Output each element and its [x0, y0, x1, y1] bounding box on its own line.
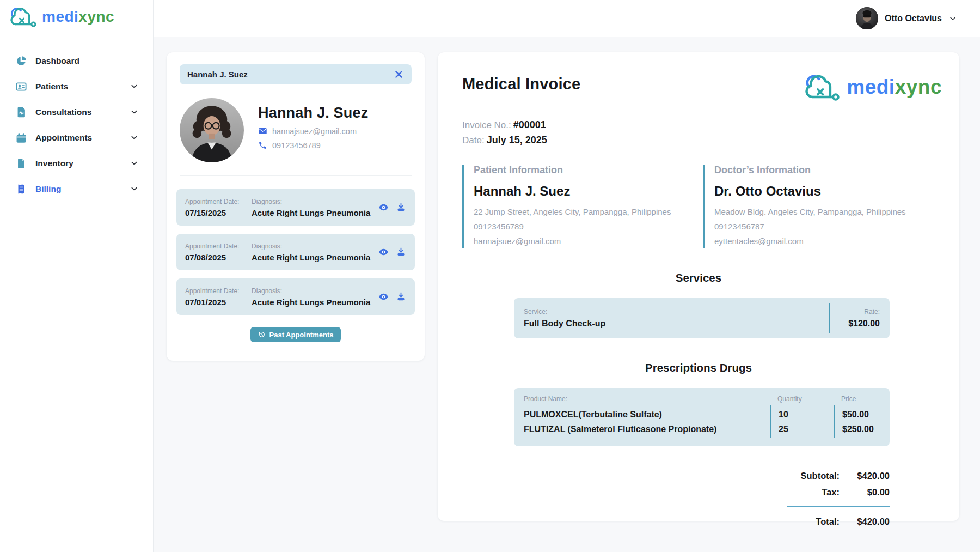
patient-name: Hannah J. Suez [258, 105, 368, 122]
invoice-patient-address: 22 Jump Street, Angeles City, Pampangga,… [474, 204, 694, 219]
app-logo-text: medixync [42, 8, 114, 26]
diagnosis-label: Diagnosis: [252, 198, 375, 205]
diagnosis-value: Acute Right Lungs Pneumonia [252, 298, 375, 307]
doctor-information-heading: Doctor’s Information [714, 165, 935, 176]
chevron-down-icon [130, 133, 139, 142]
appointment-date-label: Appointment Date: [185, 198, 252, 205]
total-row: Total: $420.00 [816, 517, 890, 527]
invoice-doctor-email: eyttentacles@gmail.com [714, 234, 935, 248]
invoice-meta: Invoice No.:#00001 Date:July 15, 2025 [438, 102, 959, 146]
product-price: $250.00 [834, 420, 880, 438]
tax-row: Tax: $0.00 [822, 487, 890, 498]
appointment-row[interactable]: Appointment Date: 07/15/2025 Diagnosis: … [176, 189, 415, 226]
patient-email: hannajsuez@gmail.com [272, 127, 357, 136]
envelope-icon [258, 126, 267, 136]
invoice-totals: Subtotal: $420.00 Tax: $0.00 Total: $420… [438, 465, 959, 527]
patient-search-input[interactable]: Hannah J. Suez [180, 64, 412, 84]
sidebar-item-consultations[interactable]: Consultations [0, 99, 153, 125]
prescriptions-table: Product Name: Quantity Price PULMOXCEL(T… [514, 388, 890, 446]
patient-phone-row: 09123456789 [258, 141, 368, 150]
pie-chart-icon [15, 55, 27, 67]
subtotal-row: Subtotal: $420.00 [801, 471, 890, 481]
sidebar-item-label: Consultations [35, 107, 91, 117]
diagnosis-label: Diagnosis: [252, 242, 375, 250]
tax-label: Tax: [822, 487, 840, 498]
sidebar-item-label: Billing [35, 184, 61, 194]
prescription-row: PULMOXCEL(Terbutaline Sulfate) 10 $50.00 [524, 405, 880, 420]
invoice-date: July 15, 2025 [487, 135, 547, 145]
rate-label: Rate: [830, 308, 880, 316]
invoice-doctor-name: Dr. Otto Octavius [714, 184, 935, 199]
past-appointments-button[interactable]: Past Appointments [250, 327, 341, 342]
invoice-doctor-address: Meadow Bldg. Angeles City, Pampangga, Ph… [714, 204, 935, 219]
past-appointments-label: Past Appointments [270, 331, 334, 339]
medical-record-icon [15, 106, 27, 118]
service-label: Service: [524, 308, 829, 316]
main-content: Hannah J. Suez [154, 37, 980, 552]
view-eye-icon[interactable] [378, 247, 389, 257]
invoice-patient-email: hannajsuez@gmail.com [474, 234, 694, 248]
product-name: PULMOXCEL(Terbutaline Sulfate) [524, 405, 770, 420]
appointment-date: 07/15/2025 [185, 208, 252, 217]
sidebar-item-appointments[interactable]: Appointments [0, 125, 153, 150]
sidebar-item-label: Inventory [35, 159, 74, 168]
view-eye-icon[interactable] [378, 202, 389, 213]
chevron-down-icon [130, 82, 139, 91]
rate-value: $120.00 [830, 319, 880, 329]
invoice-number-label: Invoice No.: [462, 120, 511, 130]
sidebar-item-label: Dashboard [35, 56, 79, 66]
prescriptions-heading: Prescriptions Drugs [438, 361, 959, 374]
invoice-patient-name: Hannah J. Suez [474, 184, 694, 199]
tax-value: $0.00 [840, 487, 890, 498]
total-value: $420.00 [840, 517, 890, 527]
medixync-cloud-icon [803, 72, 843, 102]
patient-phone: 09123456789 [272, 141, 321, 150]
invoice-logo: medixync [803, 72, 942, 102]
receipt-icon [15, 183, 27, 195]
download-icon[interactable] [396, 202, 406, 213]
sidebar-item-billing[interactable]: Billing [0, 176, 153, 202]
patient-information-block: Patient Information Hannah J. Suez 22 Ju… [462, 165, 694, 248]
invoice-panel: Medical Invoice medixync Invoice No.:#00… [438, 52, 959, 521]
sidebar-item-inventory[interactable]: Inventory [0, 150, 153, 176]
sidebar-item-patients[interactable]: Patients [0, 74, 153, 99]
sidebar: medixync Dashboard Patients [0, 0, 154, 552]
divider [180, 175, 412, 176]
diagnosis-value: Acute Right Lungs Pneumonia [252, 253, 375, 262]
appointment-date-label: Appointment Date: [185, 287, 252, 295]
close-icon[interactable] [394, 69, 404, 80]
product-quantity: 10 [770, 405, 834, 420]
download-icon[interactable] [396, 292, 406, 302]
user-avatar [856, 7, 878, 29]
subtotal-label: Subtotal: [801, 471, 840, 481]
quantity-header: Quantity [770, 395, 834, 403]
appointment-row[interactable]: Appointment Date: 07/08/2025 Diagnosis: … [176, 234, 415, 270]
sidebar-nav: Dashboard Patients Consultations [0, 48, 153, 202]
sidebar-item-label: Patients [35, 82, 68, 92]
appointment-row[interactable]: Appointment Date: 07/01/2025 Diagnosis: … [176, 278, 415, 315]
appointment-date: 07/08/2025 [185, 253, 252, 262]
app-logo: medixync [0, 0, 153, 28]
invoice-date-label: Date: [462, 135, 485, 145]
total-label: Total: [816, 517, 840, 527]
chevron-down-icon [130, 184, 139, 193]
patient-email-row: hannajsuez@gmail.com [258, 126, 368, 136]
appointment-date: 07/01/2025 [185, 298, 252, 307]
diagnosis-label: Diagnosis: [252, 287, 375, 295]
product-price: $50.00 [834, 405, 880, 420]
history-icon [258, 331, 266, 338]
totals-divider [787, 506, 890, 507]
sidebar-item-dashboard[interactable]: Dashboard [0, 48, 153, 74]
chevron-down-icon [948, 14, 957, 23]
service-name: Full Body Check-up [524, 319, 829, 329]
service-row: Service: Full Body Check-up Rate: $120.0… [514, 298, 890, 338]
user-menu[interactable]: Otto Octavius [856, 7, 957, 29]
download-icon[interactable] [396, 247, 406, 257]
view-eye-icon[interactable] [378, 292, 389, 302]
prescription-row: FLUTIZAL (Salmeterol Fluticasone Propion… [524, 420, 880, 438]
patient-search-value: Hannah J. Suez [187, 70, 248, 79]
appointment-date-label: Appointment Date: [185, 242, 252, 250]
sidebar-item-label: Appointments [35, 133, 92, 143]
patient-card-icon [15, 81, 27, 93]
invoice-logo-text: medixync [847, 76, 942, 99]
